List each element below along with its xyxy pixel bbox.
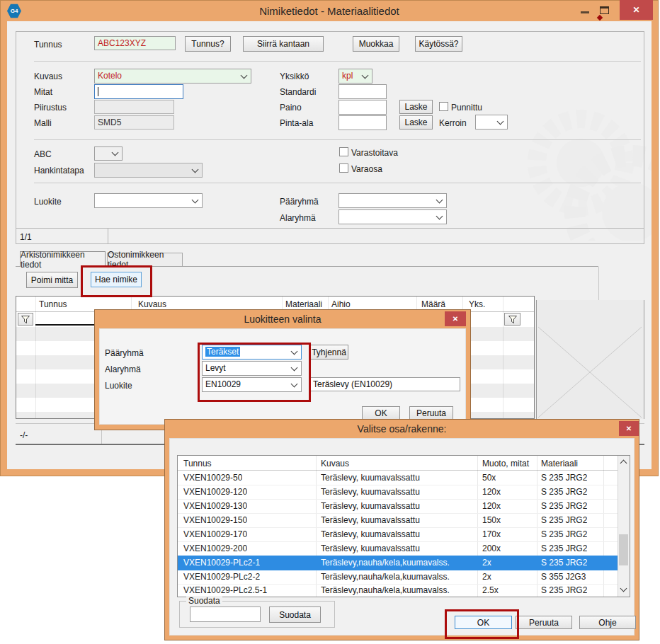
table-row[interactable]: VXEN10029-170 Teräslevy, kuumavalssattu … [178, 527, 618, 542]
filter-funnel-button-left[interactable] [18, 313, 33, 326]
grid-col-tunnus[interactable]: Tunnus [39, 299, 67, 309]
minimize-button[interactable] [581, 11, 589, 13]
luokite-combo[interactable] [94, 193, 203, 208]
varaosa-label: Varaosa [351, 164, 382, 174]
page-indicator: 1/1 [20, 232, 32, 242]
mitat-label: Mitat [34, 87, 52, 97]
alaryhma-combo[interactable] [338, 209, 447, 224]
grid-col-aihio[interactable]: Aihio [331, 299, 351, 309]
grid-status: -/- [20, 430, 28, 440]
laske-pinta-ala-button[interactable]: Laske [399, 115, 433, 130]
separator-3 [34, 183, 641, 183]
yksikko-combo-value: kpl [342, 71, 353, 81]
table-row[interactable]: VXEN10029-130 Teräslevy, kuumavalssattu … [178, 499, 618, 514]
tunnus-query-button[interactable]: Tunnus? [185, 36, 231, 52]
hankintatapa-combo[interactable] [94, 163, 203, 178]
cell-kuvaus: Teräslevy, kuumavalssattu [321, 485, 420, 499]
list-col-materiaali[interactable]: Materiaali [541, 459, 578, 468]
chevron-down-icon [436, 196, 443, 203]
cell-muoto: 120x [482, 499, 501, 513]
grid-col-maara[interactable]: Määrä [421, 299, 445, 309]
list-scrollbar[interactable] [618, 456, 630, 597]
table-row[interactable]: VXEN10029-120 Teräslevy, kuumavalssattu … [178, 485, 618, 500]
cell-kuvaus: Teräslevy, kuumavalssattu [321, 513, 420, 527]
standardi-input[interactable] [338, 84, 387, 99]
table-row[interactable]: VXEN10029-150 Teräslevy, kuumavalssattu … [178, 513, 618, 528]
piirustus-label: Piirustus [34, 103, 67, 113]
grid-vline [503, 297, 503, 418]
grid-col-yks[interactable]: Yks. [469, 299, 485, 309]
filter-funnel-button-right[interactable] [504, 313, 520, 326]
luokite-peruuta-button[interactable]: Peruuta [409, 406, 453, 420]
scroll-down-button[interactable] [618, 585, 630, 597]
siirra-kantaan-button[interactable]: Siirrä kantaan [243, 36, 324, 52]
grid-col-kuvaus[interactable]: Kuvaus [138, 299, 166, 309]
piirustus-field [94, 100, 174, 114]
mitat-input[interactable] [94, 84, 183, 99]
luokite-ok-button[interactable]: OK [362, 406, 400, 420]
table-row-selected[interactable]: VXEN10029-PLc2-1 Teräslevy,nauha/kela,ku… [178, 556, 618, 570]
table-row[interactable]: VXEN10029-50 Teräslevy, kuumavalssattu 5… [178, 471, 618, 485]
muokkaa-button[interactable]: Muokkaa [353, 36, 399, 52]
cell-kuvaus: Teräslevy, kuumavalssattu [321, 541, 420, 556]
table-row[interactable]: VXEN10029-PLc2.5-1 Teräslevy,nauha/kela,… [178, 584, 618, 597]
kerroin-label: Kerroin [439, 118, 467, 128]
varaosa-checkbox[interactable] [339, 163, 348, 173]
malli-field: SMD5 [94, 115, 174, 130]
valitse-dialog-close-button[interactable]: ✕ [619, 421, 639, 436]
paaryhma-label: Pääryhmä [280, 197, 319, 207]
scroll-up-button[interactable] [618, 456, 630, 468]
paino-input[interactable] [338, 100, 387, 115]
valitse-ohje-button[interactable]: Ohje [579, 616, 636, 629]
kerroin-combo[interactable] [475, 115, 508, 130]
list-col-tunnus[interactable]: Tunnus [183, 459, 212, 468]
abc-combo[interactable] [94, 146, 123, 161]
list-col-kuvaus[interactable]: Kuvaus [321, 459, 349, 468]
kaytossa-button[interactable]: Käytössä? [415, 36, 462, 52]
cell-tunnus: VXEN10029-170 [183, 527, 247, 541]
punnittu-checkbox[interactable] [439, 102, 448, 111]
valitse-dialog-title: Valitse osa/rakenne: [164, 423, 639, 435]
luokite-dialog-title: Luokitteen valinta [94, 314, 471, 325]
separator-2 [34, 139, 641, 140]
valitse-peruuta-button[interactable]: Peruuta [516, 616, 572, 629]
tab-ostonimikkeen-tiedot[interactable]: Ostonimikkeen tiedot [107, 253, 183, 266]
poimi-mitta-button[interactable]: Poimi mitta [26, 272, 78, 288]
table-row[interactable]: VXEN10029-PLc2-2 Teräslevy,nauha/kela,ku… [178, 570, 618, 585]
kuvaus-combo-value: Kotelo [98, 71, 122, 81]
chevron-down-icon [241, 71, 248, 79]
funnel-icon [21, 315, 30, 324]
kuvaus-combo[interactable]: Kotelo [94, 69, 251, 84]
tunnus-field[interactable]: ABC123XYZ [94, 36, 176, 50]
paaryhma-combo[interactable] [338, 193, 447, 208]
chevron-down-icon [362, 71, 369, 79]
varastoitava-label: Varastoitava [351, 148, 398, 158]
cell-muoto: 200x [482, 541, 501, 556]
chevron-down-icon [436, 212, 443, 219]
close-button[interactable]: ✕ [620, 0, 653, 20]
suodata-input[interactable] [190, 606, 261, 622]
cell-muoto: 2x [482, 556, 491, 570]
maximize-button[interactable] [600, 6, 609, 14]
cell-materiaali: S 235 JRG2 [541, 471, 587, 485]
tyhjenna-button[interactable]: Tyhjennä [309, 345, 348, 360]
pinta-ala-input[interactable] [338, 115, 387, 130]
scroll-thumb[interactable] [619, 534, 628, 565]
paino-label: Paino [280, 103, 302, 113]
table-row[interactable]: VXEN10029-200 Teräslevy, kuumavalssattu … [178, 541, 618, 556]
yksikko-label: Yksikkö [280, 71, 309, 81]
tab-arkistonimikkeen-tiedot[interactable]: Arkistonimikkeen tiedot [20, 251, 106, 267]
luokite-dialog-close-button[interactable]: ✕ [445, 311, 466, 326]
dlg-paaryhma-label: Pääryhmä [105, 348, 144, 358]
dlg-alaryhma-label: Alaryhmä [105, 364, 141, 374]
suodata-button[interactable]: Suodata [269, 606, 321, 623]
luokite-name-field[interactable]: Teräslevy (EN10029) [309, 377, 460, 391]
text-caret [98, 87, 98, 96]
laske-paino-button[interactable]: Laske [399, 100, 433, 114]
yksikko-combo[interactable]: kpl [338, 69, 372, 84]
suodata-group-label: Suodata [186, 596, 222, 606]
varastoitava-checkbox[interactable] [339, 147, 348, 156]
grid-col-materiaali[interactable]: Materiaali [285, 299, 322, 309]
list-col-muoto[interactable]: Muoto, mitat [482, 459, 529, 468]
screenshot-stage: Nimiketiedot - Materiaalitiedot G4 ✕ Tun… [0, 0, 660, 644]
